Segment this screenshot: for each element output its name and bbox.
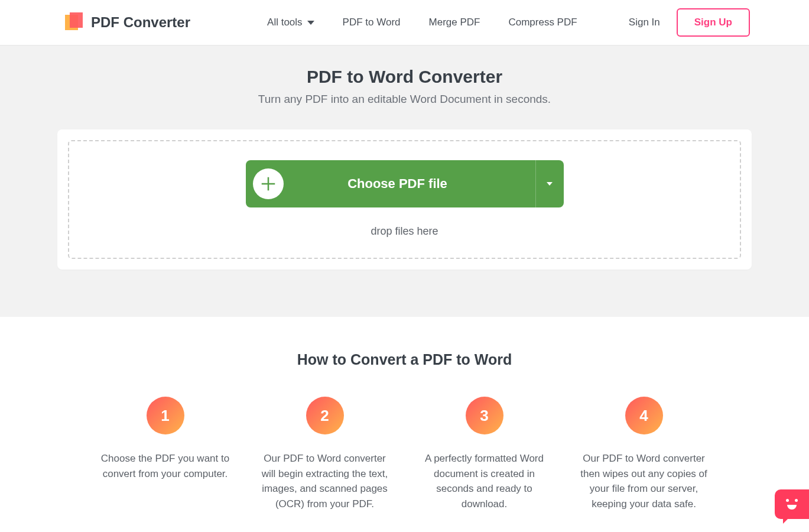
steps-row: 1 Choose the PDF you want to convert fro… [57,397,752,511]
nav-compress-pdf-label: Compress PDF [508,17,577,28]
sign-up-button[interactable]: Sign Up [677,8,750,37]
howto-section: How to Convert a PDF to Word 1 Choose th… [0,317,809,532]
howto-title: How to Convert a PDF to Word [0,351,809,368]
choose-file-button[interactable]: Choose PDF file [246,160,535,207]
sign-in-link[interactable]: Sign In [629,17,660,28]
hero: PDF to Word Converter Turn any PDF into … [0,46,809,317]
header: PDF Converter All tools PDF to Word Merg… [0,0,809,46]
step-badge: 1 [147,397,184,434]
step-2: 2 Our PDF to Word converter will begin e… [257,397,393,511]
main-nav: All tools PDF to Word Merge PDF Compress… [267,17,577,28]
smiley-icon [784,499,800,510]
nav-compress-pdf[interactable]: Compress PDF [508,17,577,28]
step-text: A perfectly formatted Word document is c… [417,451,553,511]
step-1: 1 Choose the PDF you want to convert fro… [98,397,233,511]
nav-all-tools[interactable]: All tools [267,17,314,28]
choose-file-group: Choose PDF file [246,160,564,207]
upload-card: Choose PDF file drop files here [57,129,752,270]
step-4: 4 Our PDF to Word converter then wipes o… [576,397,712,511]
step-badge: 3 [466,397,503,434]
chat-widget[interactable] [775,489,809,519]
choose-file-label: Choose PDF file [284,176,535,192]
page-subtitle: Turn any PDF into an editable Word Docum… [258,93,551,106]
logo-text: PDF Converter [91,14,190,31]
step-badge: 2 [306,397,344,434]
nav-pdf-to-word-label: PDF to Word [343,17,401,28]
step-text: Choose the PDF you want to convert from … [98,451,233,481]
page-title: PDF to Word Converter [307,67,502,87]
step-3: 3 A perfectly formatted Word document is… [417,397,553,511]
step-badge: 4 [625,397,663,434]
plus-icon [253,168,284,199]
logo[interactable]: PDF Converter [65,12,190,33]
nav-merge-pdf-label: Merge PDF [429,17,480,28]
nav-all-tools-label: All tools [267,17,303,28]
nav-pdf-to-word[interactable]: PDF to Word [343,17,401,28]
step-text: Our PDF to Word converter then wipes out… [576,451,712,511]
step-text: Our PDF to Word converter will begin ext… [257,451,393,511]
drop-hint: drop files here [371,225,438,238]
chevron-down-icon [307,21,314,25]
dropzone[interactable]: Choose PDF file drop files here [68,140,741,259]
nav-merge-pdf[interactable]: Merge PDF [429,17,480,28]
logo-icon [65,12,85,33]
choose-file-dropdown[interactable] [535,160,564,207]
chevron-down-icon [547,182,553,186]
svg-rect-1 [70,12,83,28]
header-auth: Sign In Sign Up [629,8,750,37]
